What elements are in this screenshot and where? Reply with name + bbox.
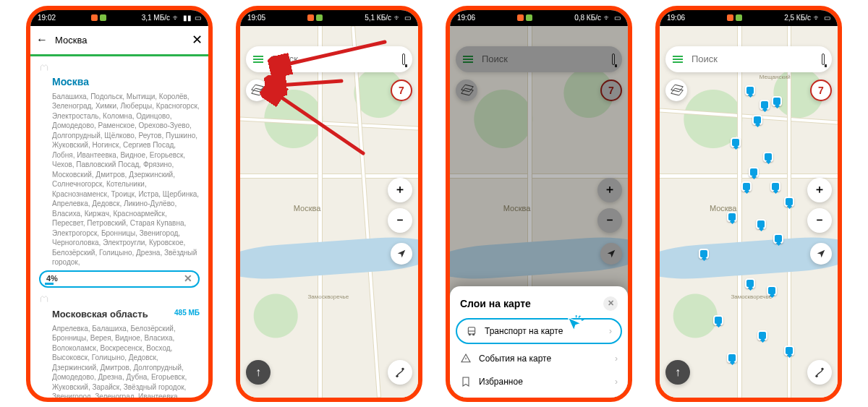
annotation-arrows <box>255 38 399 160</box>
search-input[interactable] <box>54 34 186 46</box>
bookmark-icon <box>460 376 472 387</box>
zoom-out-button[interactable]: － <box>597 208 622 233</box>
transport-marker[interactable] <box>731 137 741 147</box>
menu-icon[interactable] <box>673 56 683 63</box>
status-bar: 19:06 2,5 КБ/сᯤ▭ <box>660 10 838 26</box>
map-label-city: Москва <box>503 204 531 213</box>
transport-marker[interactable] <box>763 152 773 162</box>
transport-marker[interactable] <box>772 96 782 106</box>
status-time: 19:05 <box>247 14 265 22</box>
scroll-top-button[interactable]: ↑ <box>665 360 690 385</box>
transport-marker[interactable] <box>699 249 709 259</box>
transport-marker[interactable] <box>756 219 766 229</box>
zoom-out-button[interactable]: － <box>388 208 412 233</box>
region-title-oblast: Московская область 485 МБ <box>52 308 200 321</box>
region-towns-moscow: Балашиха, Подольск, Мытищи, Королёв, Зел… <box>52 92 200 267</box>
close-sheet-button[interactable]: ✕ <box>603 296 618 311</box>
transport-marker[interactable] <box>727 353 737 363</box>
transport-marker[interactable] <box>760 100 770 110</box>
locate-button[interactable] <box>810 243 832 265</box>
region-size: 485 МБ <box>174 308 200 321</box>
routes-button[interactable] <box>388 360 412 385</box>
region-towns-oblast: Апрелевка, Балашиха, Белозёрский, Бронни… <box>52 324 200 398</box>
svg-point-8 <box>473 333 475 335</box>
svg-point-0 <box>396 374 398 377</box>
clear-icon[interactable]: ✕ <box>192 32 203 48</box>
status-net: 2,5 КБ/с <box>784 14 811 22</box>
progress-bar <box>45 283 54 285</box>
transport-marker[interactable] <box>784 346 794 356</box>
zoom-out-button[interactable]: － <box>807 208 832 233</box>
menu-icon[interactable] <box>463 56 473 63</box>
region-title-label: Московская область <box>52 308 148 321</box>
notifications-count: 7 <box>608 85 614 96</box>
transport-marker[interactable] <box>727 212 737 222</box>
transport-marker[interactable] <box>745 278 755 288</box>
transport-marker[interactable] <box>784 197 794 207</box>
phone-1: 19:02 3,1 МБ/с ᯤ ▮▮ ▭ ← ✕ Москва Балаших… <box>26 6 213 402</box>
search-input[interactable] <box>480 53 605 65</box>
transport-marker[interactable] <box>773 234 783 244</box>
option-label: Транспорт на карте <box>485 326 563 336</box>
zoom-in-button[interactable]: ＋ <box>388 178 412 202</box>
routes-button[interactable] <box>807 360 832 385</box>
status-time: 19:02 <box>38 14 56 22</box>
wifi-icon: ᯤ <box>604 14 611 22</box>
battery-icon: ▭ <box>824 14 830 22</box>
option-label: Избранное <box>479 377 523 387</box>
region-icon <box>39 62 49 72</box>
locate-button[interactable] <box>600 243 622 265</box>
wifi-icon: ᯤ <box>394 14 401 22</box>
transport-marker[interactable] <box>741 181 752 192</box>
transport-marker[interactable] <box>749 167 759 177</box>
zoom-in-button[interactable]: ＋ <box>597 178 622 202</box>
sheet-title-row: Слои на карте ✕ <box>460 296 618 311</box>
transport-marker[interactable] <box>752 115 762 125</box>
option-label: События на карте <box>479 354 551 364</box>
notifications-button[interactable]: 7 <box>810 80 832 101</box>
svg-point-1 <box>401 367 404 369</box>
battery-icon: ▭ <box>614 14 621 22</box>
download-progress[interactable]: 4% ✕ <box>39 270 200 288</box>
map-canvas[interactable]: Москва Замоскворечье 7 ＋ － ↑ <box>240 26 418 398</box>
battery-icon: ▭ <box>404 14 411 22</box>
phone-4: 19:06 2,5 КБ/сᯤ▭ Москва Замоскворечье Ме… <box>655 6 842 402</box>
mic-icon[interactable] <box>402 53 405 65</box>
cancel-download-icon[interactable]: ✕ <box>184 272 192 286</box>
search-bar <box>665 46 832 72</box>
status-bar: 19:02 3,1 МБ/с ᯤ ▮▮ ▭ <box>30 10 208 26</box>
option-transport[interactable]: Транспорт на карте › <box>456 318 622 344</box>
region-icon <box>39 294 49 304</box>
zoom-in-button[interactable]: ＋ <box>807 178 832 202</box>
transport-marker[interactable] <box>713 315 723 325</box>
map-canvas[interactable]: Москва Замоскворечье Мещанский 7 ＋ － <box>660 26 838 398</box>
status-time: 19:06 <box>667 14 685 22</box>
regions-list[interactable]: Москва Балашиха, Подольск, Мытищи, Корол… <box>30 56 208 398</box>
search-input[interactable] <box>690 53 814 65</box>
notifications-button[interactable]: 7 <box>600 80 622 101</box>
layers-icon <box>671 85 682 96</box>
phone-3: 19:06 0,8 КБ/сᯤ▭ Москва 7 ＋ － Слои на ка… <box>446 6 632 402</box>
scroll-top-button[interactable]: ↑ <box>246 360 271 385</box>
option-events[interactable]: События на карте › <box>460 347 618 370</box>
transport-marker[interactable] <box>770 181 780 192</box>
layers-button[interactable] <box>665 80 687 101</box>
mic-icon[interactable] <box>612 53 615 65</box>
layers-button[interactable] <box>456 80 477 101</box>
transport-marker[interactable] <box>767 286 777 296</box>
phone-2: 19:05 5,1 КБ/сᯤ▭ Москва Замоскворечье 7 … <box>236 6 422 402</box>
map-label: Мещанский <box>760 74 791 80</box>
wifi-icon: ᯤ <box>814 14 821 22</box>
locate-icon <box>396 249 407 259</box>
status-time: 19:06 <box>457 14 475 22</box>
transport-marker[interactable] <box>745 85 755 95</box>
transport-marker[interactable] <box>757 330 767 340</box>
mic-icon[interactable] <box>822 53 825 65</box>
map-canvas[interactable]: Москва 7 ＋ － Слои на карте ✕ Транспорт н… <box>450 26 628 398</box>
back-icon[interactable]: ← <box>36 33 48 46</box>
wifi-icon: ᯤ <box>173 14 180 22</box>
region-title-moscow: Москва <box>52 75 200 89</box>
locate-button[interactable] <box>391 243 412 265</box>
option-favorites[interactable]: Избранное › <box>460 370 618 393</box>
svg-line-4 <box>276 94 363 153</box>
